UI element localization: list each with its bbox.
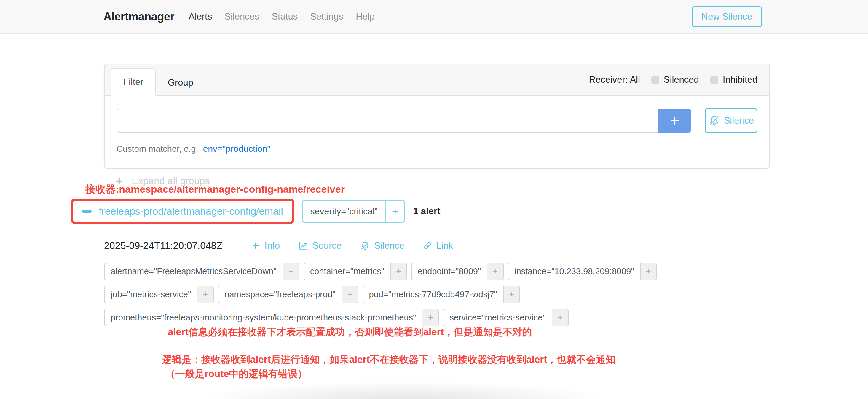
silence-button[interactable]: Silence — [705, 108, 757, 133]
add-label-filter-button[interactable]: + — [552, 309, 568, 326]
line-chart-icon — [298, 241, 308, 251]
label-chip: endpoint="8009" + — [411, 263, 504, 280]
silenced-label: Silenced — [664, 74, 699, 85]
add-label-filter-button[interactable]: + — [503, 286, 519, 303]
tab-group[interactable]: Group — [156, 70, 205, 96]
nav-item-help[interactable]: Help — [356, 11, 375, 22]
tab-filter-label: Filter — [123, 77, 144, 87]
alert-silence-button[interactable]: Silence — [360, 240, 404, 251]
nav-item-alerts[interactable]: Alerts — [189, 11, 212, 22]
label-text: service="metrics-service" — [443, 309, 551, 326]
group-matcher-label: severity="critical" — [302, 200, 386, 223]
alert-labels: alertname="FreeleapsMetricsServiceDown" … — [104, 263, 673, 326]
alert-info-button[interactable]: Info — [251, 240, 280, 251]
label-chip: service="metrics-service" + — [443, 309, 568, 326]
label-chip: container="metrics" + — [304, 263, 407, 280]
add-label-filter-button[interactable]: + — [422, 309, 438, 326]
inhibited-checkbox[interactable] — [710, 76, 718, 84]
add-matcher-button[interactable] — [658, 109, 691, 132]
add-label-filter-button[interactable]: + — [487, 263, 503, 280]
link-icon — [423, 241, 432, 250]
label-chip: alertname="FreeleapsMetricsServiceDown" … — [104, 263, 300, 280]
label-text: prometheus="freeleaps-monitoring-system/… — [105, 309, 422, 326]
label-text: pod="metrics-77d9cdb497-wdsj7" — [363, 286, 503, 303]
receiver-filter[interactable]: Receiver: All — [589, 74, 640, 85]
alert-link-label: Link — [436, 240, 453, 251]
plus-icon — [251, 241, 260, 250]
add-label-filter-button[interactable]: + — [640, 263, 656, 280]
matcher-row: Silence — [117, 109, 757, 133]
alert-source-label: Source — [312, 240, 342, 251]
alert-source-button[interactable]: Source — [298, 240, 342, 251]
bell-slash-icon — [360, 241, 370, 251]
annotation-logic-note: 逻辑是：接收器收到alert后进行通知，如果alert不在接收器下，说明接收器没… — [162, 353, 615, 366]
matcher-input[interactable] — [117, 109, 658, 132]
alert-count: 1 alert — [413, 206, 440, 217]
label-chip: instance="10.233.98.209:8009" + — [508, 263, 657, 280]
annotation-route-note: （一般是route中的逻辑有错误） — [165, 367, 307, 380]
alert-group-row: freeleaps-prod/alertmanager-config/email… — [71, 198, 440, 224]
label-text: container="metrics" — [304, 263, 390, 280]
nav-item-settings[interactable]: Settings — [310, 11, 343, 22]
alert-link-button[interactable]: Link — [423, 240, 453, 251]
label-chip: prometheus="freeleaps-monitoring-system/… — [104, 309, 439, 326]
app-brand[interactable]: Alertmanager — [103, 10, 174, 23]
tab-group-label: Group — [168, 78, 193, 88]
alertmanager-page: Alertmanager Alerts Silences Status Sett… — [0, 0, 868, 399]
filter-card-header: Filter Group Receiver: All Silenced Inhi… — [105, 64, 769, 96]
add-label-filter-button[interactable]: + — [197, 286, 213, 303]
silenced-filter[interactable]: Silenced — [651, 74, 699, 85]
hint-text: Custom matcher, e.g. — [117, 144, 198, 154]
add-group-matcher-button[interactable]: + — [385, 200, 405, 223]
label-text: job="metrics-service" — [105, 286, 197, 303]
nav-item-status[interactable]: Status — [272, 11, 298, 22]
annotation-config-note: alert信息必须在接收器下才表示配置成功，否则即使能看到alert，但是通知是… — [168, 326, 532, 339]
silenced-checkbox[interactable] — [651, 76, 659, 84]
collapse-group-button[interactable]: freeleaps-prod/alertmanager-config/email — [75, 202, 290, 220]
receiver-controls: Receiver: All Silenced Inhibited — [589, 74, 757, 85]
annotation-highlight-box: freeleaps-prod/alertmanager-config/email — [71, 198, 294, 224]
navbar: Alertmanager Alerts Silences Status Sett… — [0, 0, 868, 34]
filter-tabs: Filter Group — [111, 68, 205, 96]
label-text: namespace="freeleaps-prod" — [218, 286, 341, 303]
group-receiver-label: freeleaps-prod/alertmanager-config/email — [99, 206, 283, 217]
add-label-filter-button[interactable]: + — [390, 263, 406, 280]
new-silence-button[interactable]: New Silence — [692, 6, 762, 27]
alert-item: 2025-09-24T11:20:07.048Z Info Source — [104, 240, 768, 326]
plus-icon — [669, 115, 680, 126]
annotation-receiver-note: 接收器:namespace/altermanager-config-name/r… — [85, 183, 345, 196]
inhibited-filter[interactable]: Inhibited — [710, 74, 757, 85]
inhibited-label: Inhibited — [723, 74, 757, 85]
label-chip: job="metrics-service" + — [104, 286, 214, 303]
tab-filter[interactable]: Filter — [111, 68, 156, 96]
label-chip: pod="metrics-77d9cdb497-wdsj7" + — [363, 286, 520, 303]
alert-timestamp: 2025-09-24T11:20:07.048Z — [104, 240, 222, 251]
alert-silence-label: Silence — [374, 240, 404, 251]
label-text: instance="10.233.98.209:8009" — [508, 263, 640, 280]
nav-links: Alerts Silences Status Settings Help — [189, 11, 375, 22]
filter-card: Filter Group Receiver: All Silenced Inhi… — [104, 64, 770, 169]
nav-item-silences[interactable]: Silences — [224, 11, 259, 22]
alert-header: 2025-09-24T11:20:07.048Z Info Source — [104, 240, 768, 251]
minus-icon — [82, 210, 92, 213]
hint-example-link[interactable]: env="production" — [203, 144, 270, 154]
filter-card-body: Silence Custom matcher, e.g. env="produc… — [105, 96, 769, 168]
group-matcher-chip: severity="critical" + — [302, 200, 405, 223]
label-text: alertname="FreeleapsMetricsServiceDown" — [105, 263, 282, 280]
label-text: endpoint="8009" — [412, 263, 487, 280]
matcher-hint: Custom matcher, e.g. env="production" — [117, 144, 757, 154]
bell-slash-icon — [708, 115, 720, 127]
silence-button-label: Silence — [724, 115, 754, 126]
add-label-filter-button[interactable]: + — [342, 286, 358, 303]
alert-info-label: Info — [265, 240, 280, 251]
label-chip: namespace="freeleaps-prod" + — [218, 286, 358, 303]
add-label-filter-button[interactable]: + — [282, 263, 299, 280]
